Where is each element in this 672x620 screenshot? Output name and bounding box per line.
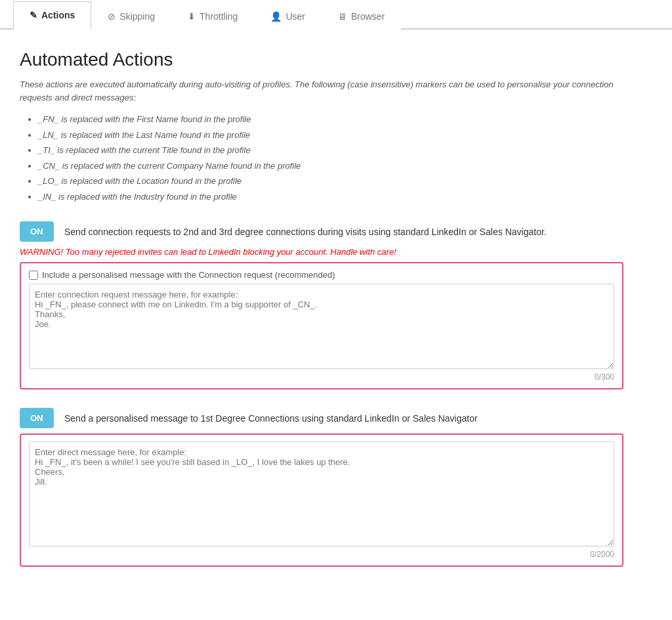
section1-char-count: 0/300	[29, 372, 614, 382]
page-title: Automated Actions	[20, 49, 623, 70]
list-item: _TI_ is replaced with the current Title …	[38, 144, 623, 157]
section2-char-count: 0/2000	[29, 550, 614, 559]
section1-checkbox[interactable]	[29, 271, 38, 280]
tab-user-label: User	[285, 11, 305, 22]
user-icon: 👤	[270, 11, 282, 22]
markers-list: _FN_ is replaced with the First Name fou…	[20, 113, 623, 203]
tab-throttling-label: Throttling	[200, 11, 238, 22]
section1-toggle-button[interactable]: ON	[20, 221, 54, 242]
list-item: _CN_ is replaced with the current Compan…	[38, 160, 623, 173]
section1-textarea[interactable]	[29, 284, 614, 369]
tab-actions[interactable]: ✎ Actions	[13, 1, 91, 30]
tab-skipping-label: Skipping	[119, 11, 155, 22]
actions-icon: ✎	[30, 10, 37, 20]
main-content: Automated Actions These actions are exec…	[0, 30, 643, 611]
tab-browser-label: Browser	[351, 11, 385, 22]
section2-description: Send a personalised message to 1st Degre…	[64, 408, 478, 426]
tab-actions-label: Actions	[41, 10, 75, 20]
list-item: _LN_ is replaced with the Last Name foun…	[38, 129, 623, 142]
intro-text: These actions are executed automatically…	[20, 78, 623, 104]
tabs-bar: ✎ Actions ⊘ Skipping ⬇ Throttling 👤 User…	[0, 0, 672, 30]
list-item: _FN_ is replaced with the First Name fou…	[38, 113, 623, 126]
skipping-icon: ⊘	[108, 11, 116, 22]
list-item: _LO_ is replaced with the Location found…	[38, 175, 623, 188]
tab-user[interactable]: 👤 User	[254, 3, 322, 30]
section2-message-box: 0/2000	[20, 433, 623, 567]
section1-description: Send connection requests to 2nd and 3rd …	[64, 221, 547, 239]
tab-skipping[interactable]: ⊘ Skipping	[91, 3, 171, 30]
throttling-icon: ⬇	[188, 11, 196, 22]
section1-toggle-row: ON Send connection requests to 2nd and 3…	[20, 221, 623, 242]
tab-throttling[interactable]: ⬇ Throttling	[171, 3, 254, 30]
section1-warning: WARNING! Too many rejected invites can l…	[20, 247, 623, 257]
section1-checkbox-row: Include a personalised message with the …	[29, 270, 614, 280]
section2-toggle-row: ON Send a personalised message to 1st De…	[20, 408, 623, 428]
browser-icon: 🖥	[338, 11, 347, 22]
section2-textarea[interactable]	[29, 441, 614, 546]
section1-message-box: Include a personalised message with the …	[20, 262, 623, 389]
section1-checkbox-label: Include a personalised message with the …	[42, 270, 335, 280]
tab-browser[interactable]: 🖥 Browser	[322, 3, 401, 30]
list-item: _IN_ is replaced with the Industry found…	[38, 190, 623, 204]
section2-toggle-button[interactable]: ON	[20, 408, 54, 428]
